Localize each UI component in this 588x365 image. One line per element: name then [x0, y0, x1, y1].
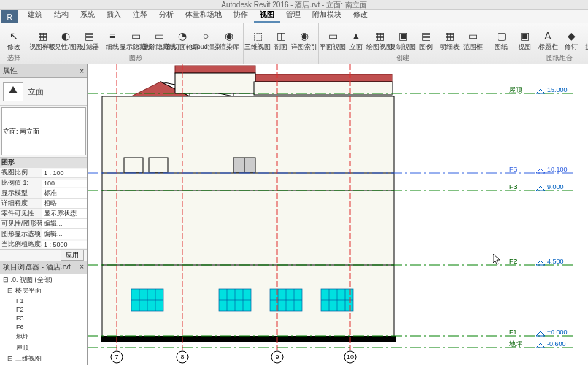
ribbon-button[interactable]: A标题栏: [536, 25, 560, 54]
tree-node[interactable]: 地坪: [0, 331, 87, 342]
svg-rect-3: [254, 74, 392, 82]
property-row[interactable]: 当比例粗略度...1 : 5000: [0, 239, 87, 249]
ribbon-button[interactable]: ◉渲染库: [217, 25, 241, 54]
ribbon-tab[interactable]: 结构: [48, 8, 74, 23]
property-row[interactable]: 比例值 1:100: [0, 178, 87, 188]
tree-node[interactable]: ⊟ 楼层平面: [0, 285, 87, 296]
level-name[interactable]: 屋顶: [509, 86, 522, 93]
ribbon-button[interactable]: ⬚三维视图: [246, 25, 269, 54]
ribbon-button[interactable]: ▤过滤器: [77, 25, 101, 54]
ribbon-icon: ◐: [58, 28, 73, 43]
ribbon: ↖修改选择▦视图样板◐可见性/图形▤过滤器≡细线▭显示隐藏线▭删除隐藏线◔剖切面…: [0, 23, 588, 64]
ribbon-tab[interactable]: 插入: [101, 8, 127, 23]
ribbon-button[interactable]: ◉详图索引: [293, 25, 316, 54]
level-elev[interactable]: 4.500: [547, 258, 564, 265]
property-value[interactable]: 编辑...: [42, 229, 87, 239]
property-value[interactable]: 编辑...: [42, 219, 87, 228]
ribbon-tab[interactable]: 注释: [127, 8, 153, 23]
property-value[interactable]: 1 : 100: [42, 169, 87, 177]
ribbon-button[interactable]: ▢图纸: [490, 25, 513, 54]
grid-bubble[interactable]: 7: [115, 353, 118, 361]
close-icon[interactable]: ×: [80, 67, 84, 75]
type-selector[interactable]: [1, 107, 86, 155]
property-row[interactable]: 图形显示选项编辑...: [0, 229, 87, 239]
ribbon-label: 视图: [518, 43, 531, 50]
ribbon-label: 绘图视图: [366, 43, 392, 50]
ribbon-button[interactable]: ▤图例: [414, 25, 438, 54]
grid-bubble[interactable]: 8: [180, 353, 184, 361]
ribbon-button[interactable]: ○Cloud渲染: [194, 25, 217, 54]
property-value[interactable]: 100: [42, 180, 87, 187]
ribbon-button[interactable]: ▭平面视图: [321, 25, 344, 54]
ribbon-button[interactable]: ◐可见性/图形: [54, 25, 77, 54]
ribbon-tab[interactable]: 体量和场地: [179, 8, 228, 23]
property-row[interactable]: 零件可见性显示原状态: [0, 209, 87, 219]
property-value[interactable]: 1 : 5000: [42, 241, 87, 248]
property-row[interactable]: 可见性/图形替换编辑...: [0, 219, 87, 229]
level-name[interactable]: F6: [509, 166, 517, 173]
ribbon-button[interactable]: ▲立面: [344, 25, 368, 54]
project-browser: ⊟ .0. 视图 (全部)⊟ 楼层平面F1F2F3F6地坪屋顶⊟ 三维视图{3D…: [0, 274, 87, 366]
tree-node[interactable]: ⊟ .0. 视图 (全部): [0, 274, 87, 285]
ribbon-icon: ▦: [442, 28, 457, 43]
element-type[interactable]: 立面: [0, 78, 87, 106]
level-elev[interactable]: -0.600: [547, 340, 566, 347]
ribbon-button[interactable]: ▣视图: [513, 25, 536, 54]
property-value[interactable]: 粗略: [42, 199, 87, 208]
level-elev[interactable]: 15.000: [547, 86, 568, 93]
app-menu[interactable]: R: [1, 10, 18, 23]
ribbon-icon: ↖: [7, 28, 21, 43]
ribbon-label: Cloud渲染: [190, 43, 221, 50]
level-elev[interactable]: 9.000: [547, 183, 564, 191]
level-name[interactable]: F2: [509, 258, 517, 265]
property-row[interactable]: 显示模型标准: [0, 188, 87, 199]
tree-node[interactable]: F3: [0, 314, 87, 323]
level-name[interactable]: F1: [509, 328, 517, 336]
tree-node[interactable]: F2: [0, 305, 87, 314]
tree-node[interactable]: ⊟ 三维视图: [0, 353, 87, 364]
drawing-canvas[interactable]: 屋顶15.000F610.100F39.000F24.500F1±0.000地坪…: [88, 64, 588, 365]
ribbon-icon: ▣: [395, 28, 410, 43]
ribbon-tab[interactable]: 视图: [254, 8, 280, 23]
level-name[interactable]: 地坪: [508, 340, 522, 347]
tree-node[interactable]: F6: [0, 323, 87, 331]
ribbon-icon: ◉: [222, 28, 236, 43]
level-name[interactable]: F3: [509, 183, 517, 191]
ribbon-button[interactable]: ⊞拼接线: [583, 25, 588, 54]
tree-node[interactable]: 屋顶: [0, 342, 87, 353]
ribbon-button[interactable]: ↖修改: [2, 25, 26, 54]
section-header: 图形: [0, 158, 42, 167]
ribbon-button[interactable]: ▦明细表: [438, 25, 461, 54]
ribbon-label: 立面: [349, 43, 363, 50]
property-value[interactable]: 显示原状态: [42, 209, 87, 218]
grid-bubble[interactable]: 10: [347, 353, 354, 361]
level-elev[interactable]: 10.100: [547, 166, 568, 173]
ribbon-tab[interactable]: 建筑: [22, 8, 48, 23]
group-label: 创建: [396, 54, 409, 62]
ribbon-button[interactable]: ▦绘图视图: [368, 25, 391, 54]
ribbon-button[interactable]: ▣复制视图: [391, 25, 414, 54]
ribbon-button[interactable]: ◫剖面: [269, 25, 293, 54]
ribbon-tab[interactable]: 修改: [347, 8, 374, 23]
svg-rect-2: [175, 66, 255, 73]
ribbon-icon: ◫: [274, 28, 288, 43]
property-value[interactable]: 标准: [42, 188, 87, 198]
level-elev[interactable]: ±0.000: [547, 328, 567, 336]
grid-bubble[interactable]: 9: [275, 353, 279, 361]
ribbon-button[interactable]: ▭范围框: [461, 25, 484, 54]
ribbon-tab[interactable]: 系统: [74, 8, 101, 23]
elevation-icon: [3, 82, 23, 101]
apply-button[interactable]: 应用: [61, 250, 84, 261]
ribbon-tab[interactable]: 附加模块: [306, 8, 347, 23]
ribbon-group: ↖修改选择: [0, 23, 28, 64]
ribbon-label: 修改: [7, 43, 20, 50]
tree-node[interactable]: F1: [0, 296, 87, 305]
ribbon-tab[interactable]: 管理: [280, 8, 306, 23]
ribbon-button[interactable]: ◆修订: [560, 25, 583, 54]
close-icon[interactable]: ×: [80, 263, 84, 271]
ribbon-tab[interactable]: 协作: [228, 8, 254, 23]
property-label: 详细程度: [0, 199, 42, 208]
property-row[interactable]: 视图比例1 : 100: [0, 168, 87, 178]
ribbon-tab[interactable]: 分析: [153, 8, 179, 23]
property-row[interactable]: 详细程度粗略: [0, 199, 87, 209]
